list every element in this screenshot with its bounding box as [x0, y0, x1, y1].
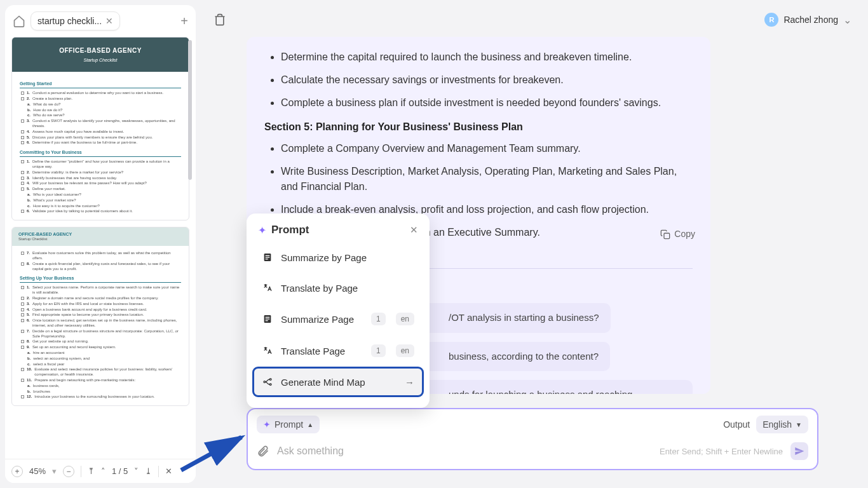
zoom-level: 45%	[29, 466, 46, 476]
prev-page-icon[interactable]: ˄	[101, 466, 105, 476]
zoom-toolbar: + 45% ▾ − ⤒ ˄ 1 / 5 ˅ ⤓ ✕	[5, 459, 196, 483]
prompt-popover: ✦ Prompt ✕ Summarize by Page Translate b…	[247, 214, 430, 408]
prompt-item-generate-mindmap[interactable]: Generate Mind Map →	[254, 369, 422, 395]
document-tab[interactable]: startup checkli... ✕	[31, 11, 120, 30]
close-icon[interactable]: ✕	[105, 16, 113, 26]
user-menu[interactable]: R Rachel zhong ⌄	[764, 13, 851, 27]
thumb-hero: OFFICE-BASED AGENCY Startup Checklist	[12, 227, 189, 246]
prompt-item-translate-by-page[interactable]: Translate by Page	[254, 274, 422, 301]
left-sidebar: startup checkli... ✕ + OFFICE-BASED AGEN…	[5, 5, 196, 483]
first-page-icon[interactable]: ⤒	[88, 466, 95, 476]
user-name: Rachel zhong	[783, 15, 838, 25]
list-item: Complete a business plan if outside inve…	[281, 95, 693, 111]
avatar: R	[764, 13, 778, 27]
trash-icon[interactable]	[214, 13, 226, 26]
scrollbar[interactable]	[188, 40, 192, 180]
svg-rect-3	[266, 257, 270, 257]
list-item: Complete a Company Overview and Manageme…	[281, 141, 693, 156]
prompt-item-translate-page[interactable]: Translate Page 1 en	[254, 337, 422, 365]
svg-rect-6	[266, 317, 270, 318]
close-panel-icon[interactable]: ✕	[165, 466, 172, 476]
page-thumbnail-2[interactable]: OFFICE-BASED AGENCY Startup Checklist 7.…	[11, 227, 189, 406]
chevron-up-icon: ▲	[307, 421, 313, 428]
svg-rect-4	[266, 259, 268, 259]
bullet-list: Determine the capital required to launch…	[264, 50, 693, 111]
list-item: Calculate the necessary savings or inves…	[281, 72, 693, 88]
mindmap-icon	[262, 376, 273, 388]
svg-point-11	[269, 384, 271, 386]
svg-point-10	[269, 379, 271, 381]
chevron-down-icon: ▼	[796, 421, 802, 428]
svg-rect-0	[664, 233, 670, 239]
page-indicator: 1 / 5	[112, 466, 128, 476]
svg-rect-8	[266, 320, 268, 321]
list-item: Determine the capital required to launch…	[281, 50, 693, 65]
language-select[interactable]: English ▼	[756, 416, 808, 433]
page-thumbnail-1[interactable]: OFFICE-BASED AGENCY Startup Checklist Ge…	[11, 37, 189, 220]
tab-title: startup checkli...	[37, 16, 102, 26]
attachment-icon[interactable]	[257, 445, 269, 458]
output-label: Output	[723, 419, 750, 430]
arrow-right-icon: →	[405, 377, 414, 388]
last-page-icon[interactable]: ⤓	[145, 466, 152, 476]
svg-rect-7	[266, 318, 270, 319]
document-icon	[262, 313, 273, 325]
chevron-down-icon: ⌄	[843, 14, 851, 26]
close-icon[interactable]: ✕	[410, 224, 418, 236]
home-icon[interactable]	[13, 15, 25, 27]
list-item: Write Business Description, Market Analy…	[281, 164, 693, 194]
top-bar: R Rachel zhong ⌄	[202, 5, 863, 34]
popover-title: Prompt	[271, 224, 405, 236]
svg-rect-2	[266, 255, 270, 256]
input-hint: Enter Send; Shift + Enter Newline	[660, 447, 783, 456]
sparkle-icon: ✦	[258, 224, 266, 236]
svg-point-9	[264, 381, 266, 383]
send-button[interactable]	[790, 442, 808, 460]
tab-bar: startup checkli... ✕ +	[5, 5, 196, 37]
document-icon	[262, 252, 273, 263]
copy-button[interactable]: Copy	[660, 227, 695, 241]
add-tab-button[interactable]: +	[180, 14, 188, 29]
main-panel: R Rachel zhong ⌄ Determine the capital r…	[202, 5, 863, 483]
thumb-hero: OFFICE-BASED AGENCY Startup Checklist	[12, 37, 189, 72]
sparkle-icon: ✦	[263, 419, 271, 430]
lang-badge: en	[396, 344, 414, 357]
section-heading: Section 5: Planning for Your Business' B…	[264, 119, 693, 135]
prompt-item-summarize-by-page[interactable]: Summarize by Page	[254, 244, 422, 271]
translate-icon	[262, 345, 273, 356]
zoom-in-button[interactable]: +	[11, 466, 23, 477]
chat-input[interactable]	[277, 445, 652, 457]
next-page-icon[interactable]: ˅	[134, 466, 139, 476]
prompt-dropdown[interactable]: ✦ Prompt ▲	[257, 416, 320, 433]
thumbnail-list[interactable]: OFFICE-BASED AGENCY Startup Checklist Ge…	[5, 37, 196, 483]
chat-input-bar: ✦ Prompt ▲ Output English ▼ Enter Send; …	[247, 408, 818, 470]
prompt-item-summarize-page[interactable]: Summarize Page 1 en	[254, 305, 422, 333]
page-badge: 1	[371, 344, 386, 357]
page-badge: 1	[371, 313, 386, 325]
lang-badge: en	[396, 313, 414, 325]
zoom-out-button[interactable]: −	[63, 466, 74, 477]
translate-icon	[262, 282, 273, 294]
